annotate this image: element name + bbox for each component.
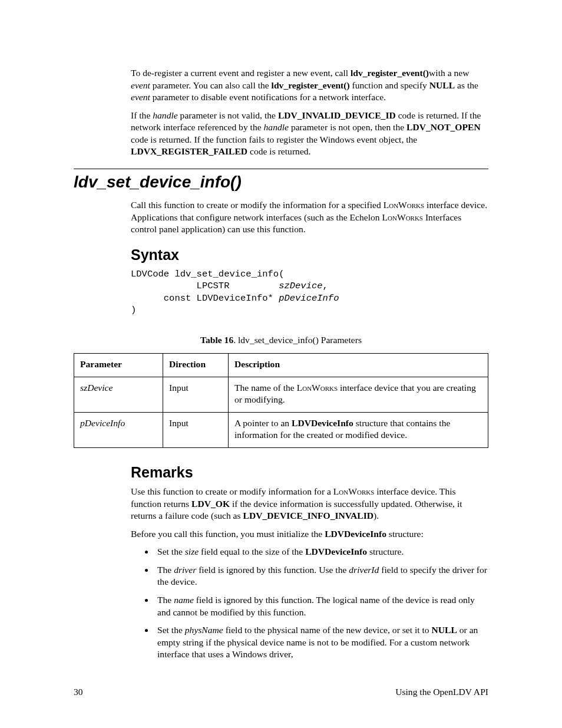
intro-para-2: If the handle parameter is not valid, th… — [131, 110, 488, 158]
text: structure: — [386, 529, 424, 539]
page-footer: 30 Using the OpenLDV API — [74, 686, 488, 699]
parameters-table: Parameter Direction Description szDevice… — [74, 353, 488, 448]
col-direction: Direction — [163, 354, 229, 377]
text: ). — [373, 510, 379, 521]
list-item: Set the size field equal to the size of … — [154, 546, 488, 558]
type-name: LDVDeviceInfo — [325, 529, 386, 539]
list-item: The driver field is ignored by this func… — [154, 564, 488, 588]
code-param: pDeviceInfo — [279, 293, 339, 304]
overview-para: Call this function to create or modify t… — [131, 199, 488, 236]
api-name: ldv_register_event() — [351, 68, 429, 78]
table-title: . ldv_set_device_info() Parameters — [233, 335, 362, 345]
text: Before you call this function, you must … — [131, 529, 325, 539]
cell-description: A pointer to an LDVDeviceInfo structure … — [229, 412, 488, 447]
code-line: ) — [131, 305, 136, 315]
param-name: handle — [264, 122, 289, 132]
text: The — [157, 595, 174, 605]
footer-title: Using the OpenLDV API — [395, 686, 488, 699]
text: parameter to disable event notifications… — [150, 92, 386, 102]
intro-para-1: To de-register a current event and regis… — [131, 67, 488, 104]
code-line: , — [323, 281, 328, 291]
param-name: event — [131, 92, 150, 102]
param-name: pDeviceInfo — [80, 418, 125, 428]
page-number: 30 — [74, 686, 83, 699]
constant: LDV_DEVICE_INFO_INVALID — [243, 510, 374, 521]
text: Call this function to create or modify t… — [131, 200, 384, 210]
overview-block: Call this function to create or modify t… — [131, 199, 488, 236]
remarks-heading: Remarks — [131, 463, 488, 482]
table-row: pDeviceInfo Input A pointer to an LDVDev… — [74, 412, 488, 447]
brand: LonWorks — [382, 212, 423, 222]
code-line: LPCSTR — [131, 281, 279, 291]
cell-description: The name of the LonWorks interface devic… — [229, 377, 488, 412]
table-caption: Table 16. ldv_set_device_info() Paramete… — [74, 334, 488, 347]
constant: LDV_INVALID_DEVICE_ID — [278, 110, 396, 120]
field-name: size — [185, 546, 199, 556]
brand: LonWorks — [333, 486, 374, 496]
text: code is returned. — [247, 146, 310, 156]
list-item: The name field is ignored by this functi… — [154, 594, 488, 618]
text: Use this function to create or modify in… — [131, 486, 333, 496]
param-name: handle — [153, 110, 177, 120]
text: structure. — [367, 546, 404, 556]
table-row: szDevice Input The name of the LonWorks … — [74, 377, 488, 412]
text: field is ignored by this function. The l… — [157, 595, 475, 617]
text: field to the physical name of the new de… — [223, 625, 432, 635]
text: function and specify — [350, 80, 429, 90]
remarks-para-1: Use this function to create or modify in… — [131, 486, 488, 522]
cell-direction: Input — [163, 377, 229, 412]
text: field equal to the size of the — [199, 546, 305, 556]
section-divider — [74, 169, 488, 169]
col-parameter: Parameter — [74, 354, 163, 377]
function-title: ldv_set_device_info() — [74, 172, 488, 193]
syntax-heading: Syntax — [131, 245, 488, 265]
constant: NULL — [432, 625, 457, 635]
text: code is returned. If the function fails … — [131, 134, 417, 144]
cell-direction: Input — [163, 412, 229, 447]
list-item: Set the physName field to the physical n… — [154, 624, 488, 661]
code-line: LDVCode ldv_set_device_info( — [131, 269, 284, 279]
cell-param: szDevice — [74, 377, 163, 412]
brand: LonWorks — [384, 200, 424, 210]
text: with a new — [429, 68, 469, 78]
remarks-para-2: Before you call this function, you must … — [131, 528, 488, 541]
code-param: szDevice — [279, 281, 322, 291]
type-name: LDVDeviceInfo — [292, 418, 353, 428]
text: To de-register a current event and regis… — [131, 68, 351, 78]
text: field is ignored by this function. Use t… — [196, 565, 349, 575]
param-name: event — [131, 80, 150, 90]
code-block: LDVCode ldv_set_device_info( LPCSTR szDe… — [131, 268, 488, 317]
text: Set the — [157, 625, 185, 635]
page: To de-register a current event and regis… — [0, 0, 562, 728]
text: If the — [131, 110, 153, 120]
code-line: const LDVDeviceInfo* — [131, 293, 279, 304]
param-name: szDevice — [80, 383, 113, 393]
text: Set the — [157, 546, 185, 556]
text: The — [157, 565, 174, 575]
text: A pointer to an — [234, 418, 292, 428]
constant: LDVX_REGISTER_FAILED — [131, 146, 247, 156]
col-description: Description — [229, 354, 488, 377]
text: as the — [455, 80, 478, 90]
field-name: driver — [174, 565, 196, 575]
cell-param: pDeviceInfo — [74, 412, 163, 447]
remarks-bullets: Set the size field equal to the size of … — [131, 546, 488, 661]
table-number: Table 16 — [200, 335, 233, 345]
text: The name of the — [234, 383, 297, 393]
text: parameter is not open, then the — [289, 122, 406, 132]
constant: LDV_NOT_OPEN — [406, 122, 481, 132]
field-name: name — [174, 595, 194, 605]
constant: LDV_OK — [191, 499, 230, 509]
remarks-section: Remarks Use this function to create or m… — [131, 463, 488, 661]
api-name: ldv_register_event() — [272, 80, 350, 90]
field-name: physName — [185, 625, 223, 635]
brand: LonWorks — [297, 383, 338, 393]
text: parameter is not valid, the — [178, 110, 278, 120]
text: parameter. You can also call the — [150, 80, 272, 90]
constant: NULL — [429, 80, 455, 90]
table-header-row: Parameter Direction Description — [74, 354, 488, 377]
intro-block: To de-register a current event and regis… — [131, 67, 488, 158]
type-name: LDVDeviceInfo — [305, 546, 367, 556]
field-name: driverId — [349, 565, 379, 575]
syntax-section: Syntax LDVCode ldv_set_device_info( LPCS… — [131, 245, 488, 317]
